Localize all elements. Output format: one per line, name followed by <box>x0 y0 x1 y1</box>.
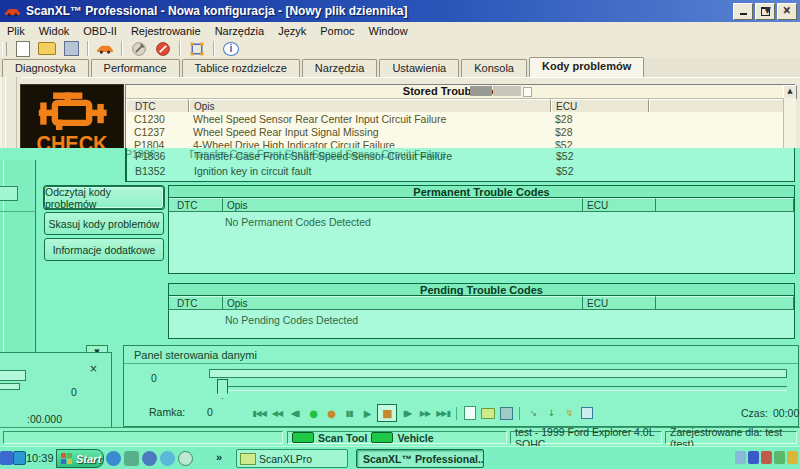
column-opis[interactable]: Opis <box>189 99 551 112</box>
tray-icon[interactable] <box>0 451 13 465</box>
table-row[interactable]: P1836 P1836 Transfer Case Front Shaft Sp… <box>127 148 794 164</box>
open-file-icon[interactable] <box>36 40 58 57</box>
menu-pomoc[interactable]: Pomoc <box>313 24 361 38</box>
stored-codes-title: Stored Trouble Codes <box>126 85 794 99</box>
skip-first-icon[interactable]: ▮◀◀ <box>251 406 267 421</box>
slider-thumb[interactable] <box>217 379 228 399</box>
step-back-icon[interactable]: ◀▮ <box>287 406 303 421</box>
column-dtc[interactable]: DTC <box>126 99 189 112</box>
flash-icon[interactable]: ↯ <box>561 406 577 421</box>
scanxl-window: ScanXL™ Professional - Nowa konfiguracja… <box>0 0 800 469</box>
play-icon[interactable]: ▶ <box>359 406 375 421</box>
tab-konsola[interactable]: Konsola <box>461 59 527 77</box>
empty-message: No Pending Codes Detected <box>225 314 358 326</box>
vehicle-icon[interactable] <box>94 40 116 57</box>
column-opis[interactable]: Opis <box>223 198 583 211</box>
new-file-icon[interactable] <box>12 40 34 57</box>
quicklaunch-overflow[interactable]: » <box>216 451 222 463</box>
playback-controls: ▮◀◀ ◀◀ ◀▮ ● ● ▮▮ ▶ ■ ▮▶ ▶▶ ▶▶▮ ↘ ↓ ↯ <box>251 404 595 422</box>
open-log-icon[interactable] <box>480 406 496 421</box>
additional-info-button[interactable]: Informacje dodatkowe <box>44 238 164 261</box>
slider-rail[interactable] <box>223 386 787 391</box>
record-green-icon[interactable]: ● <box>305 406 321 421</box>
tab-kody-problemow[interactable]: Kody problemów <box>529 57 644 77</box>
column-ecu[interactable]: ECU <box>583 296 656 309</box>
opis-value: Wheel Speed Rear Input Signal Missing <box>189 126 551 138</box>
quicklaunch-icon[interactable] <box>124 451 139 466</box>
export-icon[interactable]: ↘ <box>525 406 541 421</box>
rewind-icon[interactable]: ◀◀ <box>269 406 285 421</box>
quicklaunch-icon[interactable] <box>160 451 175 466</box>
dropdown-icon[interactable]: ▼ <box>760 3 775 17</box>
fast-forward-icon[interactable]: ▶▶ <box>417 406 433 421</box>
new-log-icon[interactable] <box>462 406 478 421</box>
dashboard-designer-icon[interactable] <box>186 40 208 57</box>
tab-diagnostyka[interactable]: Diagnostyka <box>2 59 89 77</box>
read-codes-button[interactable]: Odczytaj kody problemów <box>44 186 164 209</box>
table-row[interactable]: C1237 Wheel Speed Rear Input Signal Miss… <box>126 125 794 138</box>
column-ecu[interactable]: ECU <box>583 198 656 211</box>
scrollbar-track[interactable] <box>783 98 796 148</box>
quicklaunch-icon[interactable] <box>106 451 121 466</box>
pause-icon[interactable]: ▮▮ <box>341 406 357 421</box>
close-icon[interactable]: × <box>86 362 101 376</box>
column-dtc[interactable]: DTC <box>169 296 223 309</box>
connect-icon[interactable] <box>128 40 150 57</box>
menu-obdii[interactable]: OBD-II <box>76 24 124 38</box>
menu-narzedzia[interactable]: Narzędzia <box>208 24 272 38</box>
tab-narzedzia[interactable]: Narzędzia <box>302 59 378 77</box>
column-opis[interactable]: Opis <box>223 296 583 309</box>
render-artifact <box>493 86 521 96</box>
column-ecu[interactable]: ECU <box>551 99 649 112</box>
registered-to: Zarejestrowane dla: test (test) <box>665 431 797 444</box>
info-icon[interactable]: i <box>220 40 242 57</box>
step-forward-icon[interactable]: ▮▶ <box>399 406 415 421</box>
tray-icon[interactable] <box>748 451 759 464</box>
tray-icon[interactable] <box>13 451 26 465</box>
data-control-panel: Panel sterowania danymi 0 Ramka: 0 ▮◀◀ ◀… <box>123 345 799 427</box>
tab-performance[interactable]: Performance <box>91 59 180 77</box>
table-row[interactable]: C1230 Wheel Speed Sensor Rear Center Inp… <box>126 112 794 125</box>
tray-icon[interactable] <box>774 451 785 464</box>
stop-icon[interactable]: ■ <box>377 404 397 422</box>
tray-icon[interactable] <box>787 451 798 464</box>
record-orange-icon[interactable]: ● <box>323 406 339 421</box>
tray-icon[interactable] <box>761 451 772 464</box>
menu-rejestrowanie[interactable]: Rejestrowanie <box>124 24 208 38</box>
quicklaunch-icon[interactable] <box>178 451 193 466</box>
toolbar-grip[interactable] <box>2 42 7 56</box>
save-log-icon[interactable] <box>498 406 514 421</box>
scroll-up-icon[interactable]: ▲ <box>783 85 797 99</box>
quicklaunch-icon[interactable] <box>142 451 157 466</box>
column-blank[interactable] <box>656 296 794 309</box>
clear-codes-button[interactable]: Skasuj kody problemów <box>44 212 164 235</box>
render-artifact <box>0 370 26 381</box>
column-dtc[interactable]: DTC <box>169 198 223 211</box>
menu-plik[interactable]: Plik <box>0 24 32 38</box>
column-blank[interactable] <box>656 198 794 211</box>
skip-last-icon[interactable]: ▶▶▮ <box>435 406 451 421</box>
taskbar-window-scanxl[interactable]: ScanXL™ Professional... <box>356 449 484 468</box>
taskbar-window-scanxlpro[interactable]: ScanXLPro <box>236 449 348 468</box>
window-icon[interactable] <box>579 406 595 421</box>
table-row[interactable]: B1352 Ignition key in circuit fault $52 <box>127 164 794 177</box>
menu-window[interactable]: Window <box>362 24 415 38</box>
column-blank[interactable] <box>649 99 794 112</box>
menu-widok[interactable]: Widok <box>32 24 77 38</box>
menu-jezyk[interactable]: Język <box>271 24 313 38</box>
tab-tablice-rozdzielcze[interactable]: Tablice rozdzielcze <box>182 59 300 77</box>
status-field-empty <box>3 431 283 444</box>
start-button[interactable]: Start <box>56 449 104 468</box>
close-tab-icon[interactable]: × <box>779 3 794 17</box>
render-artifact: P1836 <box>125 148 155 160</box>
permanent-codes-body: No Permanent Codes Detected <box>168 211 795 274</box>
download-icon[interactable]: ↓ <box>543 406 559 421</box>
permanent-codes-title: Permanent Trouble Codes <box>168 185 795 198</box>
minimize-icon[interactable] <box>733 3 753 20</box>
save-icon[interactable] <box>60 40 82 57</box>
disconnect-icon[interactable] <box>152 40 174 57</box>
tab-ustawienia[interactable]: Ustawienia <box>379 59 459 77</box>
progress-track[interactable] <box>209 369 787 378</box>
pending-codes-header: DTC Opis ECU <box>168 296 795 309</box>
tray-icon[interactable] <box>735 451 746 464</box>
